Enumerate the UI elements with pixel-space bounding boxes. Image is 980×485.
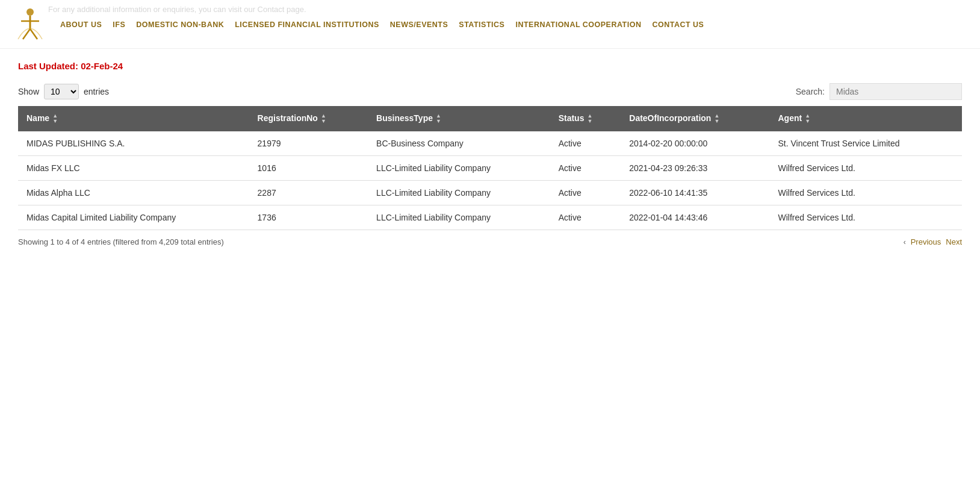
col-agent[interactable]: Agent▲▼	[769, 106, 962, 131]
cell-0-5: St. Vincent Trust Service Limited	[769, 131, 962, 156]
cell-0-4: 2014-02-20 00:00:00	[621, 131, 769, 156]
main-nav: For any additional information or enquir…	[0, 0, 980, 49]
cell-3-1: 1736	[249, 205, 368, 230]
table-row: Midas FX LLC1016LLC-Limited Liability Co…	[18, 156, 962, 181]
cell-2-2: LLC-Limited Liability Company	[368, 181, 550, 205]
watermark-text: For any additional information or enquir…	[48, 5, 306, 14]
cell-0-0: MIDAS PUBLISHING S.A.	[18, 131, 249, 156]
cell-3-4: 2022-01-04 14:43:46	[621, 205, 769, 230]
cell-0-2: BC-Business Company	[368, 131, 550, 156]
show-label: Show	[18, 87, 39, 96]
table-body: MIDAS PUBLISHING S.A.21979BC-Business Co…	[18, 131, 962, 230]
search-input[interactable]	[830, 83, 962, 100]
entries-label: entries	[84, 87, 109, 96]
cell-2-0: Midas Alpha LLC	[18, 181, 249, 205]
cell-1-5: Wilfred Services Ltd.	[769, 156, 962, 181]
table-footer: Showing 1 to 4 of 4 entries (filtered fr…	[18, 230, 962, 254]
cell-3-2: LLC-Limited Liability Company	[368, 205, 550, 230]
col-reg[interactable]: RegistrationNo▲▼	[249, 106, 368, 131]
cell-0-1: 21979	[249, 131, 368, 156]
nav-link-contact-us[interactable]: CONTACT US	[652, 20, 704, 29]
col-business[interactable]: BusinessType▲▼	[368, 106, 550, 131]
cell-3-0: Midas Capital Limited Liability Company	[18, 205, 249, 230]
last-updated: Last Updated: 02-Feb-24	[18, 61, 962, 71]
col-name[interactable]: Name▲▼	[18, 106, 249, 131]
nav-link-about-us[interactable]: ABOUT US	[60, 20, 102, 29]
previous-button[interactable]: Previous	[911, 237, 941, 246]
table-row: MIDAS PUBLISHING S.A.21979BC-Business Co…	[18, 131, 962, 156]
nav-link-domestic-non-bank[interactable]: DOMESTIC NON-BANK	[136, 20, 224, 29]
cell-1-3: Active	[550, 156, 621, 181]
search-box: Search:	[796, 83, 962, 100]
table-controls: Show 10 25 50 100 entries Search:	[18, 83, 962, 100]
cell-2-5: Wilfred Services Ltd.	[769, 181, 962, 205]
prev-icon: ‹	[904, 238, 906, 246]
nav-link-international-cooperation[interactable]: INTERNATIONAL COOPERATION	[515, 20, 641, 29]
showing-text: Showing 1 to 4 of 4 entries (filtered fr…	[18, 237, 224, 246]
cell-1-0: Midas FX LLC	[18, 156, 249, 181]
col-date[interactable]: DateOfIncorporation▲▼	[621, 106, 769, 131]
nav-link-ifs[interactable]: IFS	[113, 20, 125, 29]
nav-link-licensed-financial-institutions[interactable]: LICENSED FINANCIAL INSTITUTIONS	[235, 20, 379, 29]
entries-select[interactable]: 10 25 50 100	[44, 84, 79, 99]
nav-link-statistics[interactable]: STATISTICS	[459, 20, 504, 29]
main-content: Last Updated: 02-Feb-24 Show 10 25 50 10…	[0, 49, 980, 266]
col-status[interactable]: Status▲▼	[550, 106, 621, 131]
data-table: Name▲▼RegistrationNo▲▼BusinessType▲▼Stat…	[18, 106, 962, 230]
cell-3-3: Active	[550, 205, 621, 230]
nav-links: ABOUT USIFSDOMESTIC NON-BANKLICENSED FIN…	[60, 19, 704, 29]
cell-1-4: 2021-04-23 09:26:33	[621, 156, 769, 181]
table-row: Midas Alpha LLC2287LLC-Limited Liability…	[18, 181, 962, 205]
table-header: Name▲▼RegistrationNo▲▼BusinessType▲▼Stat…	[18, 106, 962, 131]
pagination: ‹ Previous Next	[904, 237, 962, 246]
nav-link-news-events[interactable]: NEWS/EVENTS	[390, 20, 448, 29]
show-entries: Show 10 25 50 100 entries	[18, 84, 109, 99]
table-row: Midas Capital Limited Liability Company1…	[18, 205, 962, 230]
last-updated-value: 02-Feb-24	[81, 61, 123, 71]
search-label: Search:	[796, 87, 825, 96]
cell-2-4: 2022-06-10 14:41:35	[621, 181, 769, 205]
cell-3-5: Wilfred Services Ltd.	[769, 205, 962, 230]
svg-line-3	[23, 29, 30, 39]
svg-line-4	[30, 29, 37, 39]
svg-point-0	[26, 8, 34, 16]
last-updated-label: Last Updated:	[18, 61, 78, 71]
cell-2-1: 2287	[249, 181, 368, 205]
header-row: Name▲▼RegistrationNo▲▼BusinessType▲▼Stat…	[18, 106, 962, 131]
cell-1-1: 1016	[249, 156, 368, 181]
logo	[12, 6, 48, 42]
cell-2-3: Active	[550, 181, 621, 205]
cell-1-2: LLC-Limited Liability Company	[368, 156, 550, 181]
cell-0-3: Active	[550, 131, 621, 156]
next-button[interactable]: Next	[946, 237, 962, 246]
